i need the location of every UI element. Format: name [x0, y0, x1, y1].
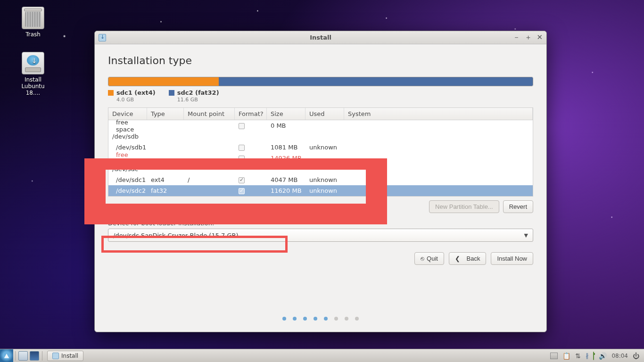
partition-segment-sdc2 — [219, 77, 533, 86]
revert-button[interactable]: Revert — [503, 200, 533, 213]
lubuntu-logo-icon — [3, 353, 10, 359]
tray-clipboard-icon[interactable]: 📋 — [562, 352, 570, 360]
cell: /dev/sdc1 — [108, 176, 147, 183]
install-now-button[interactable]: Install Now — [491, 252, 533, 265]
taskbar-separator — [15, 351, 16, 361]
cell: unknown — [305, 144, 344, 151]
new-partition-table-button[interactable]: New Partition Table... — [429, 200, 499, 213]
step-dot — [314, 317, 317, 321]
cell: / — [184, 176, 235, 183]
tray-bluetooth-icon[interactable]: ∦ — [586, 352, 589, 359]
table-row[interactable]: /dev/sdb11081 MBunknown — [108, 142, 533, 153]
step-indicator — [108, 308, 533, 327]
task-icon — [52, 353, 59, 359]
col-used: Used — [305, 108, 344, 120]
tray-volume-icon[interactable]: 🔊 — [599, 352, 607, 360]
trash-icon — [22, 7, 44, 29]
quit-button[interactable]: ⎋Quit — [414, 252, 444, 265]
table-row[interactable]: /dev/sdc — [108, 164, 533, 174]
window-title: Install — [95, 34, 546, 41]
system-tray: 📋 ⇅ ∦ 🔊 08:04 ⏻ — [550, 352, 644, 360]
taskbar-task-install[interactable]: Install — [47, 351, 83, 361]
table-row[interactable]: free space14926 MB — [108, 153, 533, 164]
dropdown-value: /dev/sdc SanDisk Cruzer Blade (15.7 GB) — [113, 232, 239, 239]
cell-format — [235, 187, 267, 194]
button-label: Quit — [427, 255, 438, 262]
add-partition-button[interactable]: + — [108, 202, 115, 212]
partition-toolbar: + − Change... New Partition Table... Rev… — [108, 200, 533, 213]
legend-swatch — [108, 90, 114, 96]
cell: ext4 — [147, 176, 184, 183]
cell: 0 MB — [267, 122, 305, 129]
window-app-icon — [99, 34, 106, 41]
cell: 11620 MB — [267, 187, 305, 194]
tray-software-icon[interactable] — [550, 353, 558, 359]
cell: /dev/sdb — [108, 133, 147, 140]
format-checkbox[interactable] — [239, 188, 245, 194]
start-menu-button[interactable] — [0, 349, 13, 362]
install-window: Install － ＋ ✕ Installation type sdc1 (ex… — [94, 31, 547, 332]
cell: /dev/sdc2 — [108, 187, 147, 194]
desktop-icon-label: Trash — [25, 31, 41, 38]
cell: 14926 MB — [267, 155, 305, 162]
taskbar-separator — [42, 351, 42, 361]
table-row[interactable]: /dev/sdb — [108, 131, 533, 142]
titlebar[interactable]: Install － ＋ ✕ — [95, 31, 546, 44]
window-minimize-button[interactable]: － — [513, 33, 520, 42]
chevron-down-icon: ▼ — [524, 232, 528, 239]
cell-format — [235, 176, 267, 183]
legend-label: sdc1 (ext4) — [116, 89, 156, 96]
legend-sub: 11.6 GB — [177, 97, 198, 103]
taskbar-clock[interactable]: 08:04 — [611, 353, 628, 359]
window-maximize-button[interactable]: ＋ — [525, 33, 532, 42]
tray-battery-icon[interactable] — [593, 352, 594, 360]
show-desktop-button[interactable] — [30, 351, 39, 361]
partition-segment-sdc1 — [108, 77, 219, 86]
col-type: Type — [147, 108, 184, 120]
installer-icon: ↓ — [22, 52, 44, 74]
col-device: Device — [108, 108, 147, 120]
taskbar: Install 📋 ⇅ ∦ 🔊 08:04 ⏻ — [0, 349, 644, 362]
format-checkbox[interactable] — [239, 123, 245, 129]
page-title: Installation type — [108, 55, 533, 66]
table-row[interactable]: /dev/sdc1ext4/4047 MBunknown — [108, 174, 533, 185]
legend-label: sdc2 (fat32) — [177, 89, 219, 96]
desktop-icon-label: Install Lubuntu 18.... — [21, 76, 44, 96]
desktop-icon-installer[interactable]: ↓ Install Lubuntu 18.... — [14, 52, 52, 96]
legend-swatch — [169, 90, 174, 96]
tray-network-icon[interactable]: ⇅ — [575, 352, 581, 360]
file-manager-launcher[interactable] — [18, 351, 28, 361]
chevron-left-icon: ❮ — [455, 255, 460, 262]
table-row[interactable]: /dev/sdc2fat3211620 MBunknown — [108, 185, 533, 196]
back-button[interactable]: ❮ Back — [449, 252, 487, 265]
partition-legend: sdc1 (ext4)4.0 GB sdc2 (fat32)11.6 GB — [108, 89, 533, 103]
window-close-button[interactable]: ✕ — [537, 33, 543, 42]
cell: 4047 MB — [267, 176, 305, 183]
cell: free space — [108, 119, 147, 133]
table-row[interactable]: free space0 MB — [108, 120, 533, 131]
quit-icon: ⎋ — [421, 255, 424, 262]
task-label: Install — [61, 353, 78, 359]
format-checkbox[interactable] — [239, 156, 245, 162]
format-checkbox[interactable] — [239, 145, 245, 151]
cell: unknown — [305, 187, 344, 194]
tray-power-icon[interactable]: ⏻ — [633, 352, 639, 360]
button-label: Back — [467, 255, 480, 262]
legend-item: sdc2 (fat32)11.6 GB — [169, 89, 219, 103]
bootloader-device-dropdown[interactable]: /dev/sdc SanDisk Cruzer Blade (15.7 GB) … — [108, 229, 533, 242]
col-size: Size — [267, 108, 305, 120]
remove-partition-button[interactable]: − — [122, 202, 129, 212]
legend-item: sdc1 (ext4)4.0 GB — [108, 89, 156, 103]
step-dot — [334, 317, 338, 321]
change-partition-button[interactable]: Change... — [135, 203, 165, 210]
partition-usage-bar — [108, 77, 533, 86]
cell: /dev/sdb1 — [108, 144, 147, 151]
desktop-icon-trash[interactable]: Trash — [14, 7, 52, 38]
partition-table[interactable]: Device Type Mount point Format? Size Use… — [108, 107, 533, 197]
cell: /dev/sdc — [108, 165, 147, 173]
format-checkbox[interactable] — [239, 177, 245, 183]
table-header: Device Type Mount point Format? Size Use… — [108, 108, 533, 120]
col-system: System — [344, 108, 533, 120]
step-dot — [293, 317, 297, 321]
col-mount: Mount point — [184, 108, 235, 120]
